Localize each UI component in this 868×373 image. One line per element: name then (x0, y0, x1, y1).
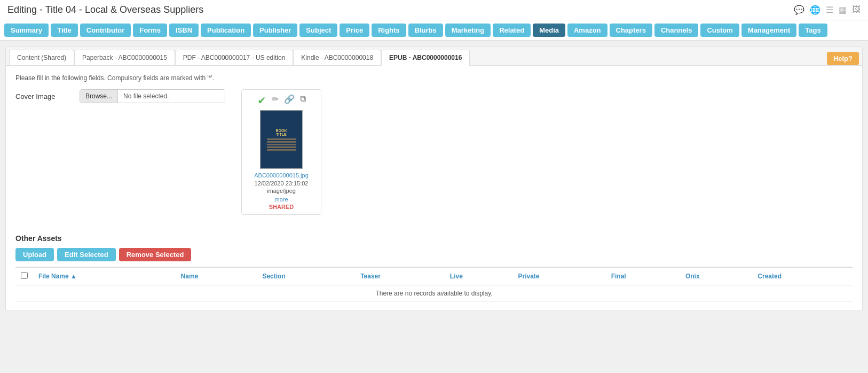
file-input-group: Browse... No file selected. (80, 89, 225, 103)
assets-table: File Name ▲ Name Section Teaser Live Pri… (15, 267, 853, 302)
nav-btn-publisher[interactable]: Publisher (253, 24, 297, 37)
nav-btn-contributor[interactable]: Contributor (80, 24, 131, 37)
nav-btn-chapters[interactable]: Chapters (610, 24, 652, 37)
nav-btn-amazon[interactable]: Amazon (567, 24, 607, 37)
nav-btn-tags[interactable]: Tags (799, 24, 827, 37)
assets-actions: Upload Edit Selected Remove Selected (15, 248, 853, 261)
content-tabs-wrapper: Content (Shared)Paperback - ABC000000001… (6, 46, 862, 66)
nav-btn-marketing[interactable]: Marketing (445, 24, 491, 37)
image-more-link[interactable]: more (246, 196, 317, 203)
image-filename[interactable]: ABC0000000015.jpg (246, 172, 317, 178)
form-area: Please fill in the following fields. Com… (6, 66, 862, 234)
table-body: There are no records available to displa… (15, 285, 853, 302)
nav-btn-title[interactable]: Title (51, 24, 78, 37)
nav-btn-isbn[interactable]: ISBN (169, 24, 199, 37)
content-tab[interactable]: PDF - ABC0000000017 - US edition (175, 50, 293, 65)
nav-btn-custom[interactable]: Custom (700, 24, 739, 37)
content-tab[interactable]: Content (Shared) (9, 50, 74, 65)
nav-btn-price[interactable]: Price (340, 24, 369, 37)
nav-btn-management[interactable]: Management (741, 24, 796, 37)
col-section: Section (257, 267, 355, 285)
col-live: Live (445, 267, 513, 285)
browse-button[interactable]: Browse... (80, 90, 118, 103)
select-all-checkbox[interactable] (21, 272, 28, 279)
check-icon: ✔ (257, 94, 266, 107)
link-icon[interactable]: 🔗 (284, 94, 295, 107)
edit-icon[interactable]: ✏ (272, 94, 279, 107)
col-filename[interactable]: File Name ▲ (33, 267, 176, 285)
other-assets-title: Other Assets (15, 234, 853, 243)
nav-btn-forms[interactable]: Forms (133, 24, 167, 37)
file-name-display: No file selected. (118, 90, 225, 103)
nav-btn-related[interactable]: Related (493, 24, 531, 37)
edit-selected-button[interactable]: Edit Selected (57, 248, 116, 261)
main-content: Content (Shared)Paperback - ABC000000001… (5, 46, 863, 311)
col-created: Created (752, 267, 853, 285)
col-final: Final (606, 267, 680, 285)
list-icon[interactable]: ☰ (826, 5, 833, 15)
content-tab[interactable]: Kindle - ABC0000000018 (293, 50, 381, 65)
nav-btn-summary[interactable]: Summary (4, 24, 49, 37)
upload-button[interactable]: Upload (15, 248, 54, 261)
no-records-row: There are no records available to displa… (15, 285, 853, 302)
cover-image-row: Cover Image Browse... No file selected. … (15, 89, 853, 215)
content-tab[interactable]: Paperback - ABC0000000015 (74, 50, 175, 65)
copy-icon[interactable]: ⧉ (300, 94, 306, 107)
col-teaser: Teaser (355, 267, 445, 285)
table-header: File Name ▲ Name Section Teaser Live Pri… (15, 267, 853, 285)
nav-btn-rights[interactable]: Rights (372, 24, 406, 37)
nav-btn-media[interactable]: Media (533, 24, 565, 37)
header-bar: Editing - Title 04 - Local & Overseas Su… (0, 0, 868, 20)
nav-btn-blurbs[interactable]: Blurbs (408, 24, 443, 37)
col-name: Name (176, 267, 257, 285)
globe-icon[interactable]: 🌐 (810, 5, 820, 15)
form-note: Please fill in the following fields. Com… (15, 74, 853, 82)
content-tab[interactable]: EPUB - ABC0000000016 (381, 50, 470, 66)
no-records-message: There are no records available to displa… (15, 285, 853, 302)
image-shared-label: SHARED (246, 204, 317, 210)
page-title: Editing - Title 04 - Local & Overseas Su… (7, 4, 203, 15)
image-card-icons: ✔ ✏ 🔗 ⧉ (246, 94, 317, 107)
header-icons: 💬 🌐 ☰ ▦ 🖼 (794, 5, 861, 15)
col-onix: Onix (680, 267, 752, 285)
book-cover-image: BOOKTITLE (260, 110, 303, 169)
nav-btn-channels[interactable]: Channels (654, 24, 699, 37)
image-card: ✔ ✏ 🔗 ⧉ BOOKTITLE ABC0000000015.jpg (241, 89, 321, 215)
col-private: Private (513, 267, 606, 285)
cover-image-label: Cover Image (15, 89, 64, 100)
nav-btn-subject[interactable]: Subject (299, 24, 337, 37)
table-icon[interactable]: ▦ (839, 5, 847, 15)
image-icon[interactable]: 🖼 (852, 5, 861, 15)
nav-btn-publication[interactable]: Publication (201, 24, 251, 37)
image-type: image/jpeg (246, 188, 317, 194)
comment-icon[interactable]: 💬 (794, 5, 804, 15)
help-button[interactable]: Help? (827, 52, 859, 65)
select-all-header (15, 267, 33, 285)
top-nav: SummaryTitleContributorFormsISBNPublicat… (0, 20, 868, 41)
other-assets-section: Other Assets Upload Edit Selected Remove… (6, 234, 862, 310)
image-date: 12/02/2020 23:15:02 (246, 180, 317, 187)
remove-selected-button[interactable]: Remove Selected (119, 248, 192, 261)
